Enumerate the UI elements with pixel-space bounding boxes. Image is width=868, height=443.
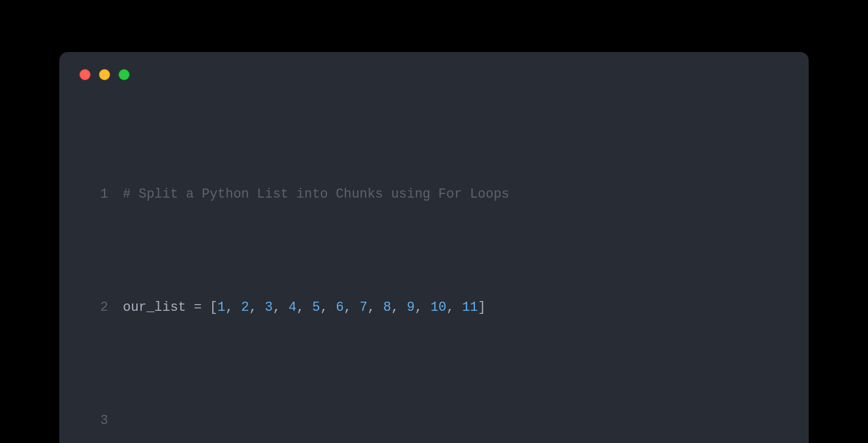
comment: # Split a Python List into Chunks using … — [123, 187, 509, 201]
number: 7 — [359, 300, 367, 315]
comma: , — [367, 300, 383, 315]
window-controls — [74, 69, 794, 92]
number: 6 — [336, 300, 344, 315]
code-line: 3 — [74, 409, 794, 432]
line-number: 1 — [74, 183, 123, 206]
number: 1 — [218, 300, 226, 315]
minimize-icon[interactable] — [99, 69, 110, 80]
number: 8 — [383, 300, 391, 315]
identifier: our_list — [123, 300, 186, 315]
bracket-close: ] — [478, 300, 486, 315]
number: 5 — [312, 300, 320, 315]
code-listing: 1 # Split a Python List into Chunks usin… — [74, 92, 794, 443]
number: 9 — [407, 300, 415, 315]
comma: , — [320, 300, 336, 315]
number: 4 — [289, 300, 296, 315]
number: 3 — [265, 300, 273, 315]
number: 2 — [241, 300, 249, 315]
number: 11 — [462, 300, 478, 315]
comma: , — [249, 300, 265, 315]
code-line: 2 our_list = [1, 2, 3, 4, 5, 6, 7, 8, 9,… — [74, 296, 794, 319]
line-number: 3 — [74, 409, 123, 432]
comma: , — [226, 300, 241, 315]
code-source: # Split a Python List into Chunks using … — [123, 183, 794, 206]
bracket-open: [ — [210, 300, 218, 315]
comma: , — [446, 300, 462, 315]
code-window: 1 # Split a Python List into Chunks usin… — [59, 52, 809, 443]
line-number: 2 — [74, 296, 123, 319]
comma: , — [296, 300, 312, 315]
close-icon[interactable] — [79, 69, 90, 80]
code-source: our_list = [1, 2, 3, 4, 5, 6, 7, 8, 9, 1… — [123, 296, 794, 319]
operator: = — [186, 300, 210, 315]
code-line: 1 # Split a Python List into Chunks usin… — [74, 183, 794, 206]
comma: , — [344, 300, 359, 315]
number: 10 — [430, 300, 446, 315]
zoom-icon[interactable] — [119, 69, 130, 80]
comma: , — [391, 300, 407, 315]
comma: , — [415, 300, 431, 315]
code-source — [123, 409, 794, 432]
comma: , — [273, 300, 289, 315]
